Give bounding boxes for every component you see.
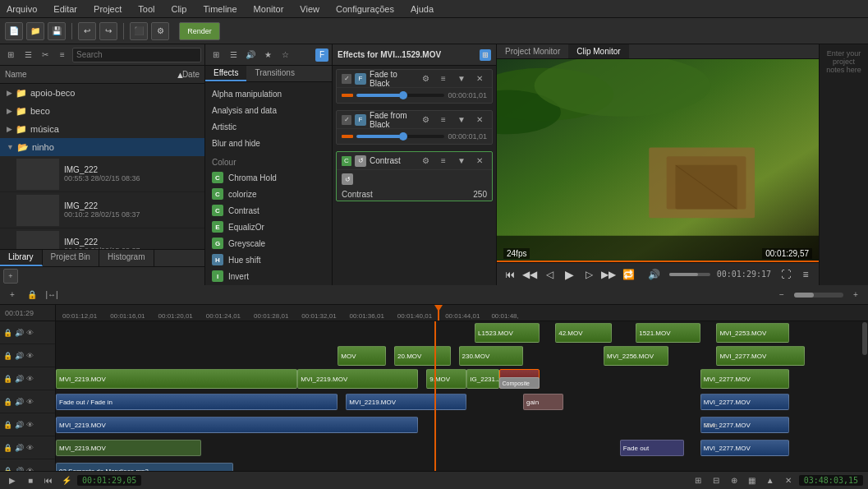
- effect-close-icon[interactable]: ✕: [472, 113, 487, 127]
- lock-icon[interactable]: 🔒: [3, 329, 12, 337]
- open-button[interactable]: 📁: [26, 22, 44, 40]
- clip-2256[interactable]: MVI_2256.MOV: [604, 346, 668, 366]
- clip-9mov[interactable]: 9.MOV: [426, 369, 466, 389]
- clip-2277-v1[interactable]: MVI_2277.MOV: [700, 369, 789, 389]
- menu-arquivo[interactable]: Arquivo: [3, 2, 40, 16]
- sort-icon[interactable]: ▲: [176, 70, 182, 80]
- clip-42[interactable]: 42.MOV: [555, 323, 612, 343]
- view-icon[interactable]: ⊞: [3, 48, 18, 62]
- next-frame-button[interactable]: ▶▶: [600, 266, 617, 283]
- mute-icon[interactable]: 🔊: [15, 329, 24, 337]
- volume-slider[interactable]: [669, 273, 710, 276]
- menu-monitor[interactable]: Monitor: [250, 2, 287, 16]
- effect-slider[interactable]: [356, 135, 444, 138]
- menu-timeline[interactable]: Timeline: [200, 2, 240, 16]
- effect-chroma[interactable]: C Chroma Hold: [205, 169, 332, 186]
- clip-1523[interactable]: L1523.MOV: [475, 323, 539, 343]
- tl-stop-button[interactable]: ■: [23, 473, 38, 488]
- clip-20mov[interactable]: 20.MOV: [394, 346, 451, 366]
- mute-icon[interactable]: 🔊: [15, 352, 24, 360]
- tl-add-track-button[interactable]: +: [5, 288, 20, 302]
- effect-close-icon[interactable]: ✕: [472, 72, 487, 86]
- tl-insert-btn[interactable]: ⊕: [727, 473, 742, 488]
- tab-transitions[interactable]: Transitions: [246, 66, 303, 81]
- vis-icon[interactable]: 👁: [26, 329, 34, 337]
- ep-close-icon[interactable]: ⊞: [480, 49, 491, 61]
- vis-icon[interactable]: 👁: [26, 352, 34, 360]
- folder-musica[interactable]: ▶ 📁 música: [0, 120, 204, 138]
- tl-zoom-slider[interactable]: [794, 293, 843, 298]
- fullscreen-button[interactable]: ⛶: [778, 266, 794, 283]
- effect-greyscale[interactable]: G Greyscale: [205, 235, 332, 251]
- effect-hue[interactable]: H Hue shift: [205, 251, 332, 268]
- clip-1521[interactable]: 1521.MOV: [636, 323, 700, 343]
- tab-histogram[interactable]: Histogram: [99, 250, 154, 266]
- skip-back-button[interactable]: ⏮: [502, 266, 518, 283]
- effect-artistic[interactable]: Artistic: [205, 118, 332, 135]
- folder-ninho[interactable]: ▼ 📂 ninho: [0, 138, 204, 156]
- audio-2277-a3[interactable]: MVI_2277.MOV: [700, 440, 789, 456]
- audio-2277-a1[interactable]: MVI_2277.MOV: [700, 394, 789, 410]
- effect-colorize[interactable]: C colorize: [205, 186, 332, 202]
- lock-icon[interactable]: 🔒: [3, 352, 12, 360]
- effect-settings-icon[interactable]: ⚙: [418, 154, 433, 168]
- loop-button[interactable]: 🔁: [620, 266, 636, 283]
- clip-230mov[interactable]: 230.MOV: [459, 346, 523, 366]
- menu-tool[interactable]: Tool: [135, 2, 158, 16]
- tab-library[interactable]: Library: [0, 250, 43, 266]
- tl-play-button[interactable]: ▶: [5, 473, 20, 488]
- vis-icon[interactable]: 👁: [26, 421, 34, 429]
- more-icon[interactable]: ≡: [55, 48, 70, 62]
- clip-mov1[interactable]: MOV: [338, 346, 386, 366]
- tl-scrollbar-thumb[interactable]: [862, 322, 867, 355]
- list-icon[interactable]: ☰: [21, 48, 35, 62]
- tab-effects[interactable]: Effects: [205, 66, 246, 81]
- search-input[interactable]: [72, 48, 201, 62]
- effect-expand-icon[interactable]: ≡: [436, 72, 451, 86]
- folder-beco[interactable]: ▶ 📁 beco: [0, 102, 204, 120]
- effect-enable-toggle[interactable]: ✓: [342, 74, 351, 84]
- effect-settings-icon[interactable]: ⚙: [418, 113, 433, 127]
- track-a1[interactable]: Fade out / Fade in MVI_2219.MOV gain MVI…: [56, 390, 861, 413]
- effect-chevron-icon[interactable]: ▼: [454, 72, 469, 86]
- grid-view-icon[interactable]: ⊞: [209, 48, 223, 62]
- tl-overwrite-btn[interactable]: ▦: [745, 473, 760, 488]
- track-a3[interactable]: MVI_2219.MOV Fade out MVI_2277.MOV: [56, 436, 861, 459]
- tl-lock-button[interactable]: 🔒: [25, 288, 39, 302]
- effect-analysis[interactable]: Analysis and data: [205, 102, 332, 118]
- track-v2[interactable]: MOV 20.MOV 230.MOV MVI_2256.MOV MVI_2277…: [56, 344, 861, 367]
- vis-icon[interactable]: 👁: [26, 375, 34, 383]
- effect-blur[interactable]: Blur and hide: [205, 135, 332, 151]
- effect-enable-toggle[interactable]: ✓: [342, 115, 351, 125]
- save-button[interactable]: 💾: [48, 22, 66, 40]
- menu-project[interactable]: Project: [90, 2, 125, 16]
- vis-icon[interactable]: 👁: [26, 444, 34, 452]
- file-item[interactable]: IMG_222 00:10:2 28/02/15 08:37: [0, 192, 204, 228]
- menu-ajuda[interactable]: Ajuda: [407, 2, 437, 16]
- tl-lift-btn[interactable]: ▲: [763, 473, 778, 488]
- effect-contrast[interactable]: C Contrast: [205, 202, 332, 219]
- add-clip-button[interactable]: +: [3, 269, 18, 284]
- timeline-ruler[interactable]: 00:01:12,01 00:01:16,01 00:01:20,01 00:0…: [56, 305, 868, 321]
- next-button[interactable]: ▷: [581, 266, 597, 283]
- star2-icon[interactable]: ☆: [278, 48, 292, 62]
- star-icon[interactable]: ★: [260, 48, 275, 62]
- effect-chevron-icon[interactable]: ▼: [454, 113, 469, 127]
- tl-speed-btn[interactable]: ⚡: [59, 473, 74, 488]
- effects-toggle-icon[interactable]: F: [315, 48, 328, 62]
- mute-icon[interactable]: 🔊: [15, 444, 24, 452]
- capture-button[interactable]: ⬛: [130, 22, 148, 40]
- more-controls-button[interactable]: ≡: [797, 266, 814, 283]
- redo-button[interactable]: ↪: [99, 22, 117, 40]
- mute-icon[interactable]: 🔊: [15, 375, 24, 383]
- prev-frame-button[interactable]: ◀◀: [521, 266, 538, 283]
- effect-expand-icon[interactable]: ≡: [436, 113, 451, 127]
- audio-2219-a2[interactable]: MVI_2219.MOV: [56, 417, 418, 433]
- audio-2219-a1-2[interactable]: MVI_2219.MOV: [346, 394, 466, 410]
- clip-icon[interactable]: ✂: [38, 48, 53, 62]
- menu-editar[interactable]: Editar: [50, 2, 80, 16]
- lock-icon[interactable]: 🔒: [3, 375, 12, 383]
- tl-zoom-in-button[interactable]: +: [848, 288, 863, 302]
- clip-2277[interactable]: MVI_2277.MOV: [716, 346, 805, 366]
- composite-marker[interactable]: Composite: [499, 377, 540, 389]
